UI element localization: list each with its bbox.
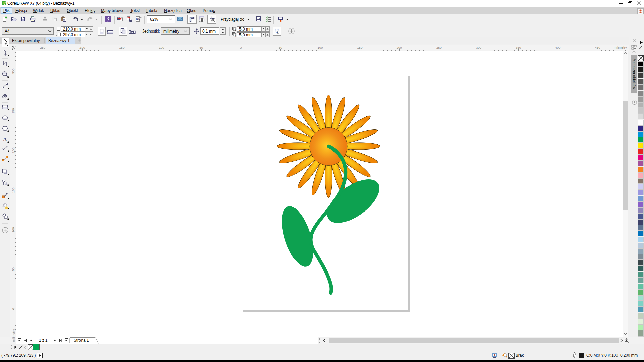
svg-text:PDF: PDF bbox=[136, 18, 140, 20]
svg-text:milimetry: milimetry bbox=[12, 329, 15, 342]
svg-text:y: y bbox=[235, 34, 236, 37]
svg-text:A: A bbox=[3, 136, 7, 143]
svg-text:x: x bbox=[235, 29, 236, 31]
